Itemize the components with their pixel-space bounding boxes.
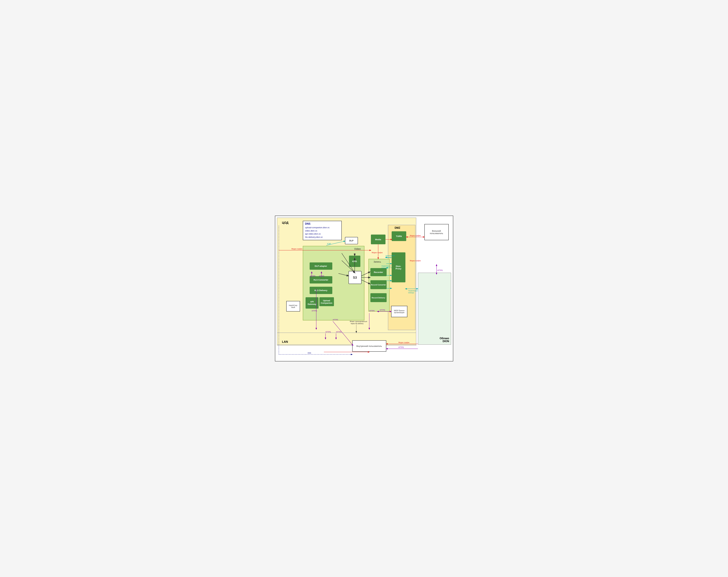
web-proxy-box: WEB Прокси организации: [391, 306, 407, 317]
dns-box: DNS upload-companion.dion.vc video.dion.…: [303, 221, 342, 240]
lan-label: LAN: [282, 340, 288, 344]
media-box: Media: [371, 235, 386, 244]
record-zone-label: Запись: [374, 260, 381, 263]
zone-cloud: ОблакоDION: [418, 273, 451, 345]
dns-item-1: upload-companion.dion.vc: [305, 226, 339, 229]
dns-item-4: hls-delivery.dion.vc: [305, 236, 339, 239]
dns-title: DNS: [305, 222, 339, 225]
video-zone-label: Video: [354, 248, 361, 250]
internal-user-box: Внутренний пользователь: [352, 340, 386, 352]
dmz-label: DMZ: [395, 226, 400, 229]
dion-proxy-box: Dion- Proxy: [392, 252, 406, 282]
upload-companion-box: Upload Companion: [319, 297, 334, 306]
svg-text:DNS: DNS: [308, 352, 311, 354]
record-zone: Запись Recorder Record Converter Record …: [368, 259, 390, 311]
zone-lan: LAN: [277, 333, 416, 345]
external-user-box: Внешний пользователь: [424, 224, 449, 240]
record-delivery-box: Record Delivery: [370, 293, 387, 302]
cod-label: ЦОД: [282, 221, 289, 224]
svg-text:HTTPS: HTTPS: [437, 270, 443, 271]
recorder-box: Recorder: [370, 268, 387, 276]
hls-delivery-box: HLS Delivery: [310, 287, 332, 294]
hls-converter-box: HLS Converter: [310, 276, 332, 283]
svg-text:HTTPS: HTTPS: [398, 347, 404, 348]
cloud-label: ОблакоDION: [440, 337, 449, 343]
dlp-box: DLP: [345, 237, 358, 244]
dns-item-2: video.dion.vc: [305, 229, 339, 232]
turn-box: TURN: [392, 231, 406, 241]
s3-box: S3: [348, 271, 362, 284]
dns-item-3: api-video.dion.vc: [305, 232, 339, 236]
kms-box: KMS: [349, 256, 360, 267]
hashicorp-vault-box: HashiCorp Vault: [286, 301, 300, 311]
record-converter-box: Record Converter: [370, 280, 387, 289]
diagram-wrapper: ЦОД DMZ LAN ОблакоDION DNS upload-compan…: [275, 216, 453, 361]
api-gateway-box: API Gateway: [306, 297, 318, 309]
dlp-adapter-box: DLP adapter: [310, 263, 332, 270]
